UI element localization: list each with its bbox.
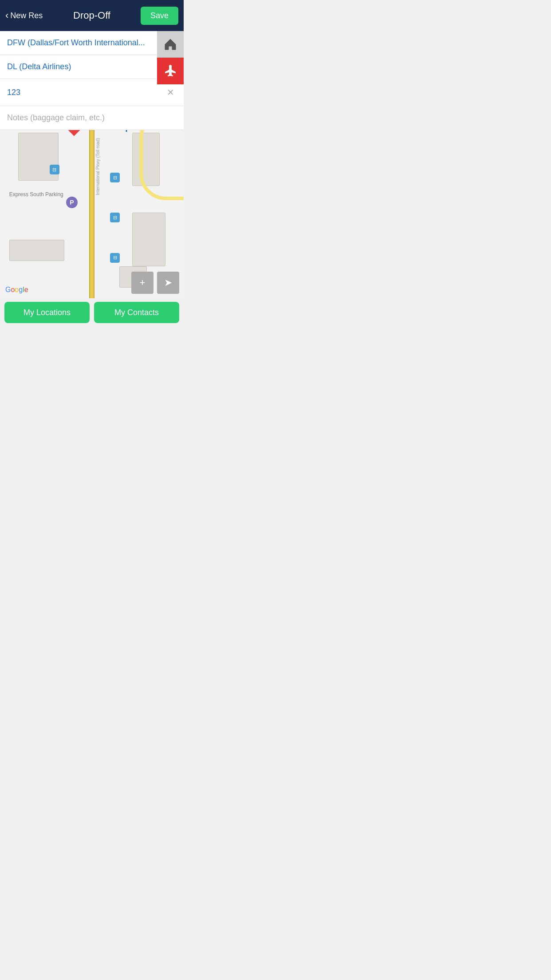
back-arrow-icon: ‹ <box>5 10 8 21</box>
airport-input[interactable] <box>7 38 177 47</box>
transit-icon-3: ⊟ <box>110 173 120 182</box>
navigate-icon: ➤ <box>164 277 172 288</box>
flight-field-row: ✕ <box>0 79 184 106</box>
notes-input[interactable] <box>7 113 177 122</box>
map-controls: + ➤ <box>131 272 179 294</box>
save-button[interactable]: Save <box>141 7 178 25</box>
airline-input[interactable] <box>7 62 177 71</box>
airport-field-row <box>0 31 184 55</box>
flight-input[interactable] <box>7 88 164 97</box>
navigate-button[interactable]: ➤ <box>157 272 179 294</box>
transit-icon-5: ⊟ <box>110 253 120 263</box>
home-icon <box>163 37 177 51</box>
page-title: Drop-Off <box>73 10 110 21</box>
form-overlay: ✕ <box>0 31 184 130</box>
header: ‹ New Res Drop-Off Save <box>0 0 184 31</box>
back-button[interactable]: ‹ New Res <box>5 10 43 21</box>
my-locations-button[interactable]: My Locations <box>4 302 90 323</box>
google-logo: Google <box>5 286 28 294</box>
parking-icon: P <box>66 197 78 208</box>
zoom-icon: + <box>140 277 146 288</box>
transit-icon-4: ⊟ <box>110 213 120 222</box>
airline-field-row <box>0 55 184 79</box>
home-button[interactable] <box>157 31 184 58</box>
building-shape-7 <box>132 213 165 266</box>
map-road-label: International Pkwy (Toll road) <box>95 138 100 195</box>
transit-icon-2: ⊟ <box>50 165 59 174</box>
flight-icon <box>163 64 177 78</box>
my-contacts-button[interactable]: My Contacts <box>94 302 179 323</box>
zoom-button[interactable]: + <box>131 272 153 294</box>
flight-button[interactable] <box>157 58 184 84</box>
bottom-bar: My Locations My Contacts <box>0 298 184 327</box>
clear-flight-button[interactable]: ✕ <box>164 86 177 99</box>
map-parking-label: Express South Parking <box>9 191 63 198</box>
back-label: New Res <box>10 11 43 20</box>
notes-field-row <box>0 106 184 130</box>
side-buttons <box>157 31 184 84</box>
building-shape-6 <box>9 240 64 261</box>
